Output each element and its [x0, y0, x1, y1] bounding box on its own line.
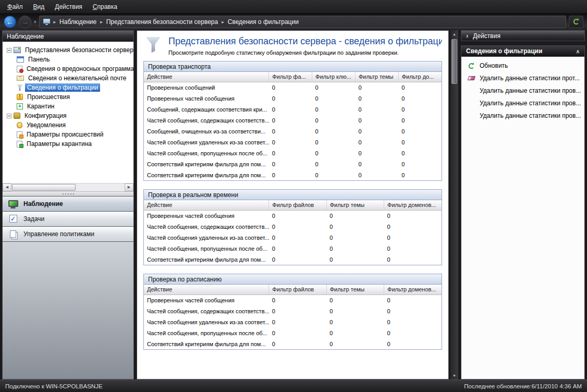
vertical-scrollbar[interactable]: ▲ ▼ [450, 30, 458, 379]
nav-button-policy-management[interactable]: Управление политиками [3, 226, 133, 241]
table-row[interactable]: Соответствий критериям фильтра для пом..… [144, 158, 442, 169]
tree-expander-icon[interactable] [7, 114, 11, 118]
left-pane-title: Наблюдение [3, 31, 133, 42]
column-header[interactable]: Действие [144, 200, 269, 210]
value-cell: 0 [355, 115, 398, 126]
table-row[interactable]: Проверенных частей сообщения000 [144, 295, 442, 305]
actions-group-header[interactable]: Сведения о фильтрации ∧ [461, 45, 585, 57]
table-row[interactable]: Соответствий критериям фильтра для пом..… [144, 254, 442, 265]
tree-expander-icon[interactable] [7, 48, 11, 53]
scroll-up-icon[interactable]: ▲ [450, 30, 458, 38]
table-row[interactable]: Проверенных частей сообщения000 [144, 210, 442, 221]
tree-item[interactable]: Параметры карантина [3, 139, 133, 149]
report-section: Проверка по расписаниюДействиеФильтр фай… [143, 274, 442, 350]
table-row[interactable]: Частей сообщения, содержащих соответств.… [144, 115, 442, 126]
forward-button[interactable]: → [19, 16, 31, 28]
action-item[interactable]: Удалить данные статистики пров... [461, 84, 584, 97]
table-header-row: ДействиеФильтр файловФильтр темыФильтр д… [144, 285, 442, 295]
scroll-right-icon[interactable]: ▶ [125, 183, 133, 191]
column-header[interactable]: Фильтр темы [355, 72, 398, 82]
column-header[interactable]: Фильтр фа... [269, 72, 312, 82]
back-button[interactable]: ← [4, 16, 16, 28]
tree-item[interactable]: Представления безопасности сервера [3, 45, 133, 55]
nav-button-monitoring[interactable]: Наблюдение [3, 196, 133, 211]
left-pane: Наблюдение Представления безопасности се… [2, 30, 134, 379]
column-header[interactable]: Фильтр темы [326, 285, 384, 295]
table-row[interactable]: Проверенных частей сообщения0000 [144, 93, 442, 104]
column-header[interactable]: Фильтр клю... [312, 72, 356, 82]
nav-button-tasks[interactable]: ✓ Задачи [3, 211, 133, 226]
pane-splitter[interactable] [3, 191, 133, 196]
scrollbar-track[interactable] [11, 183, 125, 191]
scroll-down-icon[interactable]: ▼ [450, 372, 458, 379]
chevron-up-icon[interactable]: ∧ [576, 48, 580, 54]
table-row[interactable]: Частей сообщения удаленных из-за соответ… [144, 316, 442, 327]
column-header[interactable]: Фильтр файлов [269, 285, 326, 295]
refresh-view-button[interactable] [569, 16, 583, 28]
scrollbar-thumb[interactable] [12, 184, 76, 191]
table-row[interactable]: Соответствий критериям фильтра для пом..… [144, 338, 442, 349]
tree-item[interactable]: Сведения о нежелательной почте [3, 74, 133, 83]
table-row[interactable]: Частей сообщения удаленных из-за соответ… [144, 137, 442, 148]
action-item[interactable]: Удалить данные статистики прот... [461, 72, 584, 84]
actions-group-title: Сведения о фильтрации [466, 47, 542, 55]
column-header[interactable]: Фильтр файлов [269, 200, 326, 210]
refresh-icon [468, 63, 475, 69]
value-cell: 0 [312, 148, 356, 158]
last-update-status: Последнее обновление:6/11/2010 4:36 AM [464, 383, 582, 389]
tree-item-label: Панель [26, 55, 52, 64]
column-header[interactable]: Действие [144, 285, 269, 295]
statistics-table: ДействиеФильтр файловФильтр темыФильтр д… [144, 200, 442, 265]
tree-item[interactable]: Сведения о вредоносных программах [3, 64, 133, 74]
tree-item[interactable]: Конфигурация [3, 111, 133, 120]
history-dropdown-icon[interactable]: ▾ [34, 19, 36, 24]
column-header[interactable]: Фильтр темы [326, 200, 384, 210]
menu-view[interactable]: Вид [28, 1, 50, 13]
incidents-icon [17, 94, 23, 100]
action-item[interactable]: Удалить данные статистики пров... [461, 109, 584, 122]
action-item[interactable]: Обновить [461, 59, 584, 72]
menu-file[interactable]: Файл [2, 1, 28, 13]
tree-item[interactable]: Карантин [3, 102, 133, 111]
breadcrumb-item-security-views[interactable]: Представления безопасности сервера [106, 18, 218, 26]
value-cell: 0 [326, 295, 384, 305]
scrollbar-thumb[interactable] [451, 39, 457, 84]
column-header[interactable]: Фильтр доменов... [384, 200, 442, 210]
breadcrumb-item-filtering-details[interactable]: Сведения о фильтрации [228, 18, 299, 26]
action-cell: Сообщений, очищенных из-за соответстви..… [144, 126, 269, 137]
tree-item[interactable]: Уведомления [3, 120, 133, 130]
value-cell: 0 [269, 316, 326, 327]
column-header[interactable]: Действие [144, 72, 269, 82]
value-cell: 0 [312, 137, 356, 148]
breadcrumb-item-monitoring[interactable]: Наблюдение [59, 18, 96, 26]
column-header[interactable]: Фильтр до... [398, 72, 442, 82]
tree-item[interactable]: Параметры происшествий [3, 130, 133, 139]
actions-pane-header[interactable]: › Действия [461, 30, 585, 41]
menu-help[interactable]: Справка [88, 1, 123, 13]
value-cell: 0 [269, 243, 326, 254]
table-row[interactable]: Сообщений, очищенных из-за соответстви..… [144, 126, 442, 137]
table-row[interactable]: Частей сообщения, пропущенных после об..… [144, 148, 442, 158]
value-cell: 0 [384, 316, 442, 327]
scroll-left-icon[interactable]: ◀ [3, 183, 11, 191]
table-row[interactable]: Частей сообщения, пропущенных после об..… [144, 243, 442, 254]
menu-actions[interactable]: Действия [50, 1, 88, 13]
value-cell: 0 [326, 210, 384, 221]
action-item[interactable]: Удалить данные статистики пров... [461, 97, 584, 109]
status-bar: Подключено к WIN-5CPOLBASNJE Последнее о… [0, 379, 587, 392]
horizontal-scrollbar[interactable]: ◀ ▶ [3, 183, 133, 191]
action-cell: Частей сообщения, пропущенных после об..… [144, 243, 269, 254]
table-row[interactable]: Частей сообщения, содержащих соответств.… [144, 221, 442, 232]
column-header[interactable]: Фильтр доменов... [384, 285, 442, 295]
table-row[interactable]: Частей сообщения, содержащих соответств.… [144, 305, 442, 316]
tree-item[interactable]: Происшествия [3, 92, 133, 102]
tree-item[interactable]: Панель [3, 55, 133, 64]
value-cell: 0 [355, 104, 398, 115]
tree-item[interactable]: Сведения о фильтрации [3, 83, 133, 92]
table-row[interactable]: Соответствий критериям фильтра для пом..… [144, 169, 442, 180]
table-row[interactable]: Проверенных сообщений0000 [144, 82, 442, 93]
table-row[interactable]: Частей сообщения, пропущенных после об..… [144, 327, 442, 338]
table-row[interactable]: Сообщений, содержащих соответствия кри..… [144, 104, 442, 115]
action-cell: Частей сообщения, содержащих соответств.… [144, 305, 269, 316]
table-row[interactable]: Частей сообщения удаленных из-за соответ… [144, 232, 442, 243]
